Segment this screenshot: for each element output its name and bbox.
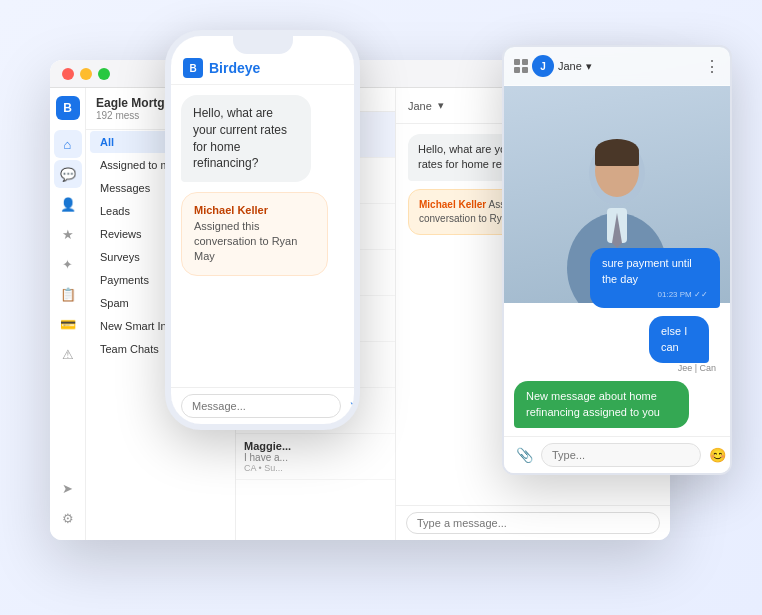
attachment-icon[interactable]: 📎 xyxy=(514,445,535,465)
sidebar-item-home[interactable]: ⌂ xyxy=(54,130,82,158)
sidebar-item-star[interactable]: ★ xyxy=(54,220,82,248)
sidebar-item-send[interactable]: ➤ xyxy=(54,474,82,502)
sidebar-item-reviews[interactable]: ✦ xyxy=(54,250,82,278)
chat-message-sent: sure payment until the day 01:23 PM ✓✓ xyxy=(590,248,720,308)
sidebar-item-settings[interactable]: ⚙ xyxy=(54,504,82,532)
icon-sidebar: B ⌂ 💬 👤 ★ ✦ 📋 💳 ⚠ ➤ ⚙ xyxy=(50,88,86,540)
notification-message: New message about home refinancing assig… xyxy=(514,381,689,428)
minimize-button[interactable] xyxy=(80,68,92,80)
avatar: J xyxy=(532,55,554,77)
right-chat-input-bar: 📎 😊 ⋮ xyxy=(504,436,730,473)
close-button[interactable] xyxy=(62,68,74,80)
sidebar-item-surveys[interactable]: 📋 xyxy=(54,280,82,308)
chat-message-sent-2: else I can xyxy=(649,316,709,363)
chat-header-name: Jane xyxy=(558,60,582,72)
emoji-icon[interactable]: 😊 xyxy=(707,445,728,465)
right-chat-messages: sure payment until the day 01:23 PM ✓✓ e… xyxy=(504,86,730,436)
phone-notch xyxy=(233,36,293,54)
phone-mockup: B Birdeye Hello, what are your current r… xyxy=(165,30,360,430)
phone-chat-input[interactable] xyxy=(181,394,341,418)
sidebar-item-chat[interactable]: 💬 xyxy=(54,160,82,188)
chat-input-bar xyxy=(396,505,670,540)
right-chat-input[interactable] xyxy=(541,443,701,467)
more-options-icon[interactable]: ⋮ xyxy=(704,57,720,76)
phone-message-received: Hello, what are your current rates for h… xyxy=(181,95,311,182)
chevron-down-icon[interactable]: ▾ xyxy=(586,60,592,73)
chat-header-left: Jane ▾ xyxy=(408,99,444,112)
chat-contact-name: Jane xyxy=(408,100,432,112)
phone-messages: Hello, what are your current rates for h… xyxy=(171,85,354,387)
chat-input[interactable] xyxy=(406,512,660,534)
sidebar-item-payments[interactable]: 💳 xyxy=(54,310,82,338)
maximize-button[interactable] xyxy=(98,68,110,80)
sidebar-item-spam[interactable]: ⚠ xyxy=(54,340,82,368)
sidebar-item-contacts[interactable]: 👤 xyxy=(54,190,82,218)
chevron-down-icon[interactable]: ▾ xyxy=(438,99,444,112)
grid-icon[interactable] xyxy=(514,59,528,73)
brand-icon: B xyxy=(56,96,80,120)
message-time: 01:23 PM ✓✓ xyxy=(602,289,708,300)
jee-can-label: Jee | Can xyxy=(649,363,720,373)
right-chat-overlay: J Jane ▾ ⋮ sure payment until the day 01… xyxy=(504,47,730,473)
phone-message-system: Michael Keller Assigned this conversatio… xyxy=(181,192,328,276)
right-chat-header: J Jane ▾ ⋮ xyxy=(504,47,730,86)
birdeye-brand-name: Birdeye xyxy=(209,60,260,76)
traffic-lights xyxy=(62,68,110,80)
birdeye-brand-icon: B xyxy=(183,58,203,78)
phone-bottom-bar: ➤ xyxy=(171,387,354,424)
right-chat-panel: J Jane ▾ ⋮ sure payment until the day 01… xyxy=(502,45,732,475)
right-chat-header-left: J Jane ▾ xyxy=(514,55,592,77)
list-item[interactable]: Maggie... I have a... CA • Su... xyxy=(236,434,395,480)
